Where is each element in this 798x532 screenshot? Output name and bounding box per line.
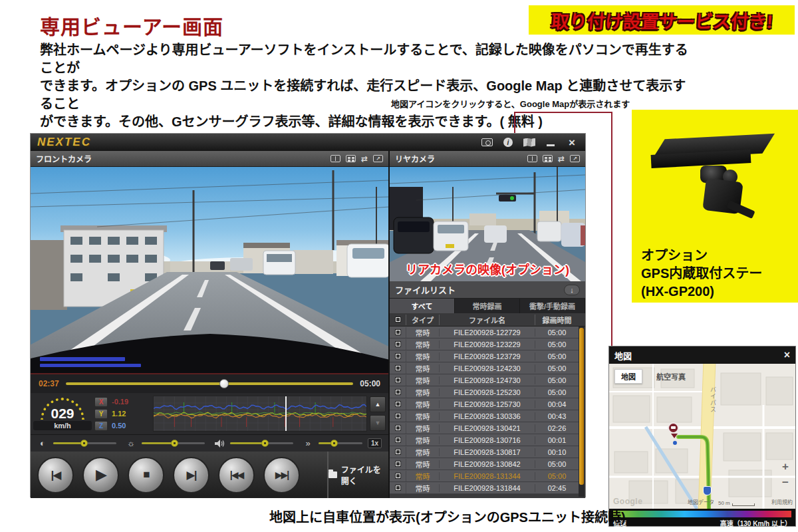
row-checkbox[interactable] xyxy=(390,485,406,491)
row-checkbox[interactable] xyxy=(390,341,406,347)
z-axis-value: 0.50 xyxy=(112,422,126,430)
map-type-map-button[interactable]: 地図 xyxy=(614,369,642,384)
terms-link[interactable]: 利用規約 xyxy=(771,498,793,505)
play-button[interactable]: ▶ xyxy=(82,457,119,493)
row-checkbox[interactable] xyxy=(390,401,406,407)
playback-buttons: |◀ ▶ ■ ▶| |◀◀ ▶▶| xyxy=(31,457,300,493)
z-axis-button[interactable]: Z xyxy=(94,421,108,431)
row-checkbox[interactable] xyxy=(390,437,406,443)
tab-all[interactable]: すべて xyxy=(390,299,455,313)
swap-cameras-icon[interactable]: ⇄ xyxy=(558,154,565,164)
stop-button[interactable]: ■ xyxy=(128,457,164,493)
open-file-button[interactable]: ファイルを開く xyxy=(327,452,388,498)
timeline-thumb[interactable] xyxy=(219,379,229,388)
map-type-satellite-button[interactable]: 航空写真 xyxy=(650,369,692,384)
file-row[interactable]: 常時FILE200928-13033600:43 xyxy=(390,410,579,422)
volume-thumb[interactable] xyxy=(261,440,269,447)
row-checkbox[interactable] xyxy=(390,473,406,479)
timeline-track[interactable] xyxy=(66,382,354,385)
file-row[interactable]: 常時FILE200928-13042102:26 xyxy=(390,422,579,434)
row-checkbox[interactable] xyxy=(390,329,406,335)
map-button[interactable] xyxy=(523,138,536,148)
map-close-button[interactable]: × xyxy=(784,350,790,360)
row-checkbox[interactable] xyxy=(390,413,406,419)
swap-cameras-icon[interactable]: ⇄ xyxy=(361,154,368,164)
contrast-slider[interactable] xyxy=(53,442,116,444)
file-type: 常時 xyxy=(406,435,439,446)
file-type: 常時 xyxy=(406,423,439,434)
tab-continuous-recording[interactable]: 常時録画 xyxy=(455,299,520,313)
fullscreen-icon[interactable] xyxy=(373,155,383,162)
file-row[interactable]: 常時FILE200928-13134405:00 xyxy=(390,470,579,482)
file-type: 常時 xyxy=(406,459,439,469)
file-name: FILE200928-130421 xyxy=(439,424,535,432)
file-row[interactable]: 常時FILE200928-12573000:04 xyxy=(390,398,579,410)
previous-file-button[interactable]: |◀◀ xyxy=(218,457,255,493)
intro-line-1: 弊社ホームページより専用ビューアーソフトをインストールすることで、記録した映像を… xyxy=(40,41,698,77)
split-view-icon[interactable] xyxy=(527,155,537,162)
file-row[interactable]: 常時FILE200928-13071600:01 xyxy=(390,434,579,446)
row-checkbox[interactable] xyxy=(390,353,406,359)
map-canvas[interactable]: 地図 航空写真 バイパス + − Google 地図データ 50 m 利用規約 xyxy=(609,364,795,509)
tab-impact-manual-recording[interactable]: 衝撃/手動録画 xyxy=(520,299,585,313)
select-all-checkbox[interactable] xyxy=(390,317,406,323)
front-camera-video[interactable] xyxy=(31,167,388,373)
checkbox-icon xyxy=(395,425,401,431)
file-row[interactable]: 常時FILE200928-12523005:00 xyxy=(390,386,579,398)
info-button[interactable]: i xyxy=(501,138,515,148)
close-button[interactable]: × xyxy=(565,138,579,148)
row-checkbox[interactable] xyxy=(390,425,406,431)
file-row[interactable]: 常時FILE200928-12322905:00 xyxy=(390,338,579,350)
screenshot-button[interactable] xyxy=(480,138,493,148)
file-row[interactable]: 常時FILE200928-12372905:00 xyxy=(390,350,579,362)
file-name: FILE200928-130842 xyxy=(439,460,535,468)
file-row[interactable]: 常時FILE200928-13081700:10 xyxy=(390,446,579,458)
gsensor-graph[interactable] xyxy=(153,396,367,432)
row-checkbox[interactable] xyxy=(390,461,406,467)
model-number-line: (HX-GP200) xyxy=(641,283,762,301)
quad-view-icon[interactable] xyxy=(346,155,356,162)
volume-slider[interactable] xyxy=(230,442,293,444)
file-row[interactable]: 常時FILE200928-12272905:00 xyxy=(390,327,579,338)
next-file-button[interactable]: ▶▶| xyxy=(263,457,300,493)
playback-speed-slider[interactable] xyxy=(319,442,362,444)
file-row[interactable]: 常時FILE200928-13184402:45 xyxy=(390,482,579,494)
brightness-thumb[interactable] xyxy=(171,440,178,447)
split-view-icon[interactable] xyxy=(331,155,340,162)
rear-camera-video[interactable]: リアカメラの映像(オプション) xyxy=(390,167,585,281)
file-row[interactable]: 常時FILE200928-12423005:00 xyxy=(390,362,579,374)
map-zoom-out-button[interactable]: − xyxy=(782,477,789,488)
minimize-button[interactable] xyxy=(544,138,557,148)
file-name: FILE200928-130716 xyxy=(439,436,535,444)
scale-down-button[interactable]: ▼ xyxy=(370,415,386,431)
minimize-icon xyxy=(547,144,555,146)
file-list-scrollbar[interactable] xyxy=(579,327,585,497)
download-button[interactable]: ↓ xyxy=(564,285,580,295)
vehicle-position-marker[interactable] xyxy=(668,422,681,440)
y-axis-button[interactable]: Y xyxy=(94,409,108,419)
legend-high-label: 高速（130 Km/h 以上） xyxy=(720,518,791,528)
file-row[interactable]: 常時FILE200928-13084205:00 xyxy=(390,458,579,470)
map-zoom-in-button[interactable]: + xyxy=(782,461,789,472)
x-axis-button[interactable]: X xyxy=(94,397,108,407)
contrast-thumb[interactable] xyxy=(80,440,88,447)
next-frame-button[interactable]: ▶| xyxy=(173,457,209,493)
fullscreen-icon[interactable] xyxy=(570,155,580,162)
file-row[interactable]: 常時FILE200928-12473005:00 xyxy=(390,374,579,386)
checkbox-icon xyxy=(395,377,401,383)
rear-camera-label: リヤカメラ xyxy=(395,153,435,164)
row-checkbox[interactable] xyxy=(390,389,406,395)
scale-label: 50 m xyxy=(718,500,730,506)
brightness-slider[interactable] xyxy=(142,442,205,444)
row-checkbox[interactable] xyxy=(390,449,406,455)
previous-frame-button[interactable]: |◀ xyxy=(37,457,74,493)
scale-up-button[interactable]: ▲ xyxy=(370,396,386,412)
file-type: 常時 xyxy=(406,483,439,493)
quad-view-icon[interactable] xyxy=(543,155,553,162)
row-checkbox[interactable] xyxy=(390,365,406,371)
checkbox-icon xyxy=(395,461,401,467)
checkbox-icon xyxy=(395,473,401,479)
scrollbar-thumb[interactable] xyxy=(579,328,584,485)
playback-speed-thumb[interactable] xyxy=(331,440,338,447)
row-checkbox[interactable] xyxy=(390,377,406,383)
